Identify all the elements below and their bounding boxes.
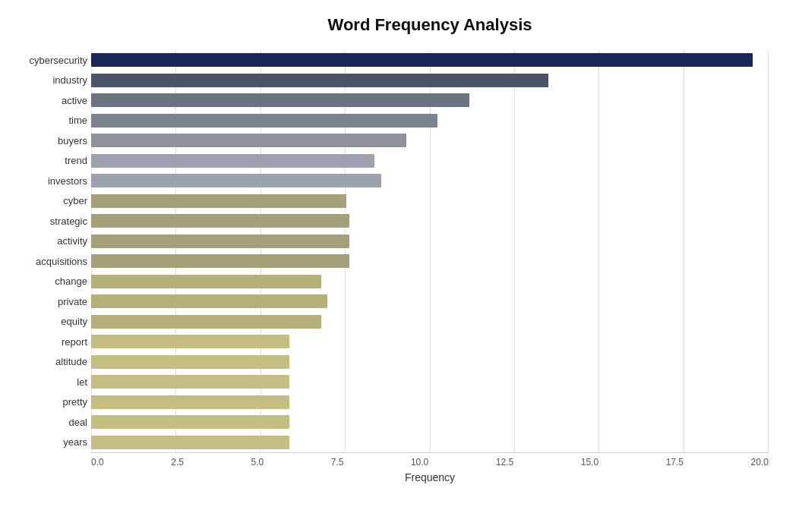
bar-row: investors — [91, 172, 769, 189]
bar — [91, 93, 469, 107]
bar-row: years — [91, 434, 769, 451]
bar — [91, 395, 289, 409]
bar-row: cyber — [91, 193, 769, 209]
x-tick: 17.5 — [666, 457, 684, 467]
bar — [91, 335, 289, 348]
bar-row: industry — [91, 72, 769, 89]
chart-container: Word Frequency Analysis cybersecurityind… — [0, 0, 799, 532]
bar — [91, 134, 406, 147]
bar-row: change — [91, 273, 769, 290]
x-axis-label: Frequency — [91, 471, 769, 483]
bar — [91, 355, 289, 369]
chart-area: cybersecurityindustryactivetimebuyerstre… — [91, 50, 769, 490]
x-ticks: 0.02.55.07.510.012.515.017.520.0 — [91, 457, 769, 467]
x-axis: 0.02.55.07.510.012.515.017.520.0 Frequen… — [91, 452, 769, 490]
x-tick: 7.5 — [331, 457, 344, 467]
x-axis-line — [91, 452, 769, 453]
bar-label: altitude — [4, 356, 87, 367]
bar — [91, 53, 753, 67]
bar-label: buyers — [4, 135, 87, 146]
bar-label: deal — [4, 417, 87, 428]
bar — [91, 154, 374, 168]
bar-label: cyber — [4, 195, 87, 206]
bar — [91, 114, 437, 127]
bar-label: trend — [4, 155, 87, 166]
bars-wrapper: cybersecurityindustryactivetimebuyerstre… — [91, 50, 769, 452]
bar — [91, 436, 289, 449]
bar-label: equity — [4, 316, 87, 327]
bar-row: private — [91, 293, 769, 310]
bar-row: deal — [91, 414, 769, 430]
bar — [91, 214, 349, 228]
bar-label: cybersecurity — [4, 55, 87, 66]
bar-row: pretty — [91, 394, 769, 411]
bar-label: pretty — [4, 396, 87, 408]
bar-row: buyers — [91, 132, 769, 149]
x-tick: 0.0 — [91, 457, 104, 467]
bar — [91, 194, 346, 208]
bar-row: activity — [91, 233, 769, 250]
bar-label: active — [4, 95, 87, 106]
x-tick: 2.5 — [171, 457, 184, 467]
bar-row: active — [91, 92, 769, 109]
bar — [91, 294, 327, 308]
bar-row: equity — [91, 313, 769, 330]
x-tick: 15.0 — [581, 457, 598, 467]
bar-label: let — [4, 376, 87, 388]
bar-label: private — [4, 296, 87, 307]
bar-label: years — [4, 436, 87, 448]
x-tick: 10.0 — [411, 457, 428, 467]
bar-label: acquisitions — [4, 256, 87, 267]
bar — [91, 74, 548, 87]
bar — [91, 415, 289, 429]
bar-label: time — [4, 115, 87, 126]
bar — [91, 254, 349, 268]
bar-label: investors — [4, 175, 87, 187]
x-tick: 20.0 — [751, 457, 769, 467]
x-tick: 5.0 — [251, 457, 264, 467]
bar-label: report — [4, 336, 87, 348]
bar — [91, 275, 321, 288]
bar-label: change — [4, 275, 87, 287]
bar-row: altitude — [91, 354, 769, 370]
bar-label: industry — [4, 74, 87, 86]
bar-row: let — [91, 373, 769, 390]
bar — [91, 235, 349, 248]
bar — [91, 315, 321, 329]
bar-label: strategic — [4, 216, 87, 227]
bar-row: report — [91, 333, 769, 350]
x-tick: 12.5 — [496, 457, 513, 467]
chart-title: Word Frequency Analysis — [91, 15, 769, 35]
bar-row: trend — [91, 153, 769, 169]
bar-row: cybersecurity — [91, 52, 769, 68]
bar-row: acquisitions — [91, 253, 769, 269]
bar — [91, 174, 381, 187]
bar — [91, 375, 289, 389]
bar-row: time — [91, 112, 769, 129]
bar-row: strategic — [91, 212, 769, 229]
bar-label: activity — [4, 235, 87, 247]
